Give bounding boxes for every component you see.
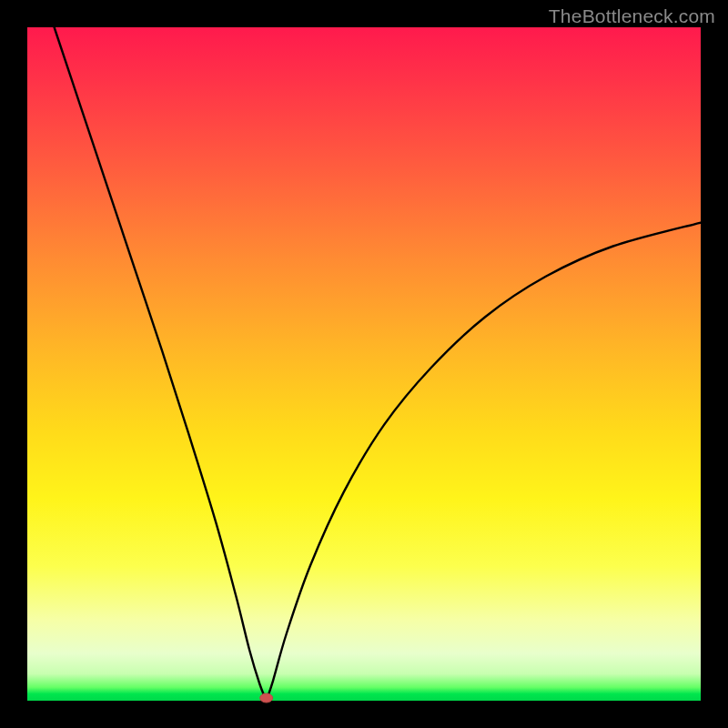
notch-marker xyxy=(260,693,273,703)
watermark-text: TheBottleneck.com xyxy=(549,5,715,27)
chart-frame: TheBottleneck.com xyxy=(0,0,728,728)
plot-area xyxy=(27,27,701,701)
curve-svg xyxy=(27,27,701,701)
bottleneck-curve xyxy=(55,27,701,701)
